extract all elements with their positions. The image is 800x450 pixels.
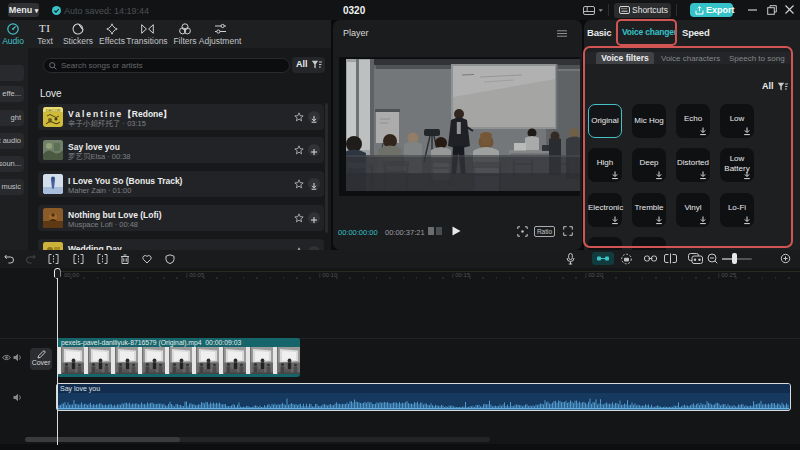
svg-text:DECOR: DECOR <box>46 108 61 113</box>
